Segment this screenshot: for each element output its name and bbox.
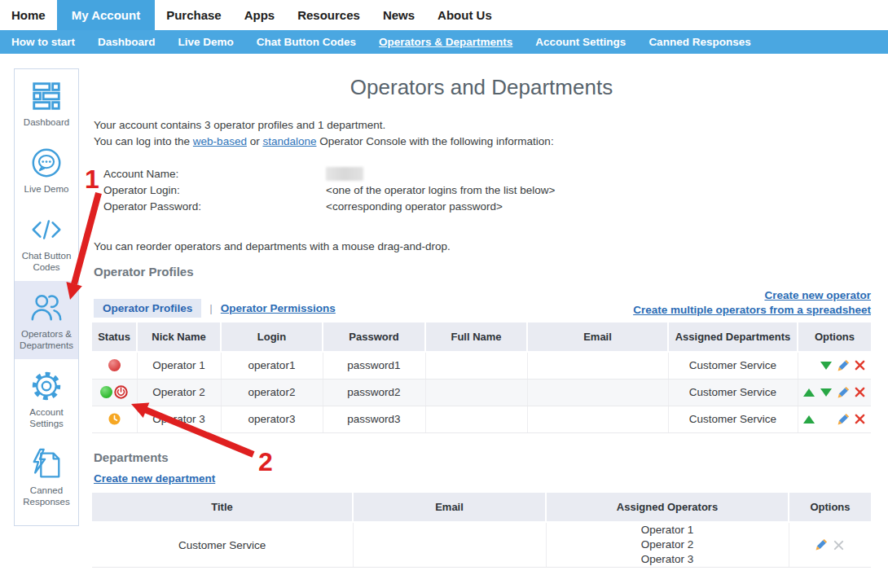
sidebar-item-label: Account Settings [16, 406, 77, 429]
table-row: Operator 2 operator2 password2 Customer … [92, 379, 871, 406]
sidebar-item-operators-departments[interactable]: Operators & Departments [15, 281, 78, 359]
sidebar-item-chat-button-codes[interactable]: Chat Button Codes [15, 203, 78, 281]
nav-resources[interactable]: Resources [286, 0, 371, 30]
create-multiple-operators-link[interactable]: Create multiple operators from a spreads… [633, 304, 871, 316]
main-content: Operators and Departments Your account c… [92, 68, 871, 588]
nick-name-cell: Operator 3 [137, 406, 221, 432]
delete-icon[interactable] [854, 359, 867, 372]
login-cell: operator1 [221, 352, 323, 379]
departments-table-header: Title Email Assigned Operators Options [92, 493, 871, 522]
col-options: Options [798, 323, 871, 352]
subnav-operators-departments[interactable]: Operators & Departments [367, 36, 524, 48]
nick-name-cell: Operator 1 [137, 352, 221, 379]
nick-name-cell: Operator 2 [137, 379, 221, 406]
sidebar-item-label: Operators & Departments [16, 328, 77, 351]
subnav-dashboard[interactable]: Dashboard [86, 36, 167, 48]
subnav-chat-button-codes[interactable]: Chat Button Codes [245, 36, 367, 48]
account-name-label: Account Name: [103, 168, 326, 180]
operators-table-header: Status Nick Name Login Password Full Nam… [92, 323, 871, 352]
empty-slot [802, 359, 815, 372]
delete-icon-disabled [832, 538, 845, 551]
edit-icon[interactable] [837, 413, 850, 426]
dashboard-icon [29, 79, 64, 113]
assigned-operators-cell: Operator 1 Operator 2 Operator 3 [546, 522, 789, 568]
top-navigation: Home My Account Purchase Apps Resources … [0, 0, 888, 30]
col-full-name: Full Name [425, 323, 527, 352]
sidebar-item-dashboard[interactable]: Dashboard [15, 69, 78, 136]
intro-line-2: You can log into the web-based or standa… [94, 134, 554, 150]
subnav-canned-responses[interactable]: Canned Responses [637, 36, 762, 48]
edit-icon[interactable] [815, 538, 828, 551]
login-cell: operator2 [221, 379, 323, 406]
move-up-icon[interactable] [802, 413, 815, 426]
col-password: Password [323, 323, 425, 352]
sidebar-item-live-demo[interactable]: Live Demo [15, 136, 78, 203]
nav-purchase[interactable]: Purchase [155, 0, 233, 30]
full-name-cell [425, 406, 527, 432]
delete-icon[interactable] [854, 386, 867, 399]
move-up-icon[interactable] [802, 386, 815, 399]
intro-text: Your account contains 3 operator profile… [94, 117, 554, 150]
sub-navigation: How to start Dashboard Live Demo Chat Bu… [0, 30, 888, 54]
tab-separator: | [209, 302, 213, 314]
tab-operator-profiles[interactable]: Operator Profiles [94, 299, 201, 318]
nav-about-us[interactable]: About Us [426, 0, 503, 30]
move-down-icon[interactable] [820, 386, 833, 399]
col-login: Login [221, 323, 323, 352]
people-icon [29, 291, 64, 325]
operator-password-value: <corresponding operator password> [326, 200, 503, 213]
nav-apps[interactable]: Apps [233, 0, 287, 30]
page-title: Operators and Departments [92, 75, 871, 100]
live-demo-icon [29, 146, 64, 180]
sidebar-item-label: Chat Button Codes [16, 250, 77, 273]
create-new-operator-link[interactable]: Create new operator [764, 289, 871, 301]
sidebar-item-account-settings[interactable]: Account Settings [15, 359, 78, 437]
login-cell: operator3 [221, 406, 323, 432]
empty-slot [820, 413, 833, 426]
nav-news[interactable]: News [371, 0, 426, 30]
operator-password-label: Operator Password: [103, 200, 326, 213]
nav-home[interactable]: Home [0, 0, 57, 30]
create-new-department-link[interactable]: Create new department [94, 472, 215, 485]
edit-icon[interactable] [837, 386, 850, 399]
nav-my-account[interactable]: My Account [57, 0, 155, 30]
intro-line-1: Your account contains 3 operator profile… [94, 117, 554, 134]
password-cell: password3 [323, 406, 425, 432]
reorder-note: You can reorder operators and department… [94, 240, 451, 252]
power-logoff-icon[interactable] [114, 385, 128, 399]
email-cell [527, 406, 668, 432]
subnav-account-settings[interactable]: Account Settings [524, 36, 637, 48]
tab-operator-permissions[interactable]: Operator Permissions [221, 302, 336, 314]
page: Home My Account Purchase Apps Resources … [0, 0, 888, 588]
sidebar-item-canned-responses[interactable]: Canned Responses [15, 437, 78, 516]
status-offline-icon [108, 359, 121, 371]
edit-icon[interactable] [837, 359, 850, 372]
departments-cell: Customer Service [668, 406, 798, 432]
table-row: Operator 3 operator3 password3 Customer … [92, 406, 871, 432]
sidebar-item-label: Dashboard [24, 116, 69, 128]
lightning-doc-icon [29, 447, 64, 481]
col-email: Email [527, 323, 668, 352]
departments-cell: Customer Service [668, 352, 798, 379]
subnav-live-demo[interactable]: Live Demo [167, 36, 245, 48]
operator-login-value: <one of the operator logins from the lis… [326, 184, 555, 196]
delete-icon[interactable] [854, 413, 867, 426]
subnav-how-to-start[interactable]: How to start [0, 36, 86, 48]
email-cell [527, 379, 668, 406]
departments-cell: Customer Service [668, 379, 798, 406]
sidebar-item-label: Live Demo [24, 183, 69, 195]
account-credentials: Account Name: Operator Login: <one of th… [103, 165, 555, 214]
gear-icon [29, 369, 64, 403]
standalone-link[interactable]: standalone [262, 135, 316, 147]
full-name-cell [425, 379, 527, 406]
full-name-cell [425, 352, 527, 379]
departments-table: Title Email Assigned Operators Options C… [92, 493, 871, 568]
operator-profiles-heading: Operator Profiles [94, 265, 194, 279]
move-down-icon[interactable] [820, 359, 833, 372]
web-based-link[interactable]: web-based [193, 135, 247, 147]
create-operator-links: Create new operator Create multiple oper… [633, 288, 871, 318]
col-email: Email [353, 493, 546, 522]
department-title-cell: Customer Service [92, 522, 353, 568]
departments-heading: Departments [94, 450, 169, 464]
col-title: Title [92, 493, 353, 522]
